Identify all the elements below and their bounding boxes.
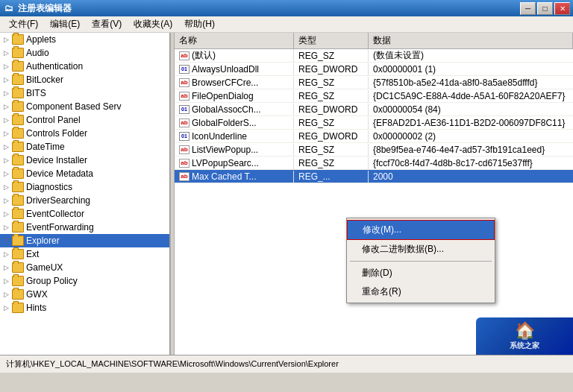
col-header-type[interactable]: 类型 [294, 33, 369, 48]
status-bar: 计算机\HKEY_LOCAL_MACHINE\SOFTWARE\Microsof… [0, 355, 573, 373]
reg-type-icon: ab [179, 51, 190, 60]
table-row[interactable]: 01 GlobalAssocCh... REG_DWORD 0x00000054… [175, 103, 573, 116]
table-row[interactable]: ab GlobalFolderS... REG_SZ {EF8AD2D1-AE3… [175, 116, 573, 130]
tree-item-devicemetadata[interactable]: ▷ Device Metadata [0, 167, 169, 180]
tree-item-audio[interactable]: ▷ Audio [0, 46, 169, 60]
context-menu-separator [350, 261, 492, 262]
table-row[interactable]: ab FileOpenDialog REG_SZ {DC1C5A9C-E88A-… [175, 89, 573, 103]
tree-item-driversearching[interactable]: ▷ DriverSearching [0, 194, 169, 207]
cell-name-7: ab ListViewPopup... [175, 144, 294, 156]
folder-icon [12, 168, 24, 179]
cell-type-0: REG_SZ [294, 50, 369, 62]
cell-type-2: REG_SZ [294, 77, 369, 89]
cell-type-7: REG_SZ [294, 144, 369, 156]
cell-name-4: 01 GlobalAssocCh... [175, 104, 294, 116]
tree-item-applets[interactable]: ▷ Applets [0, 33, 169, 46]
reg-type-icon: ab [179, 159, 190, 168]
tree-item-eventcollector[interactable]: ▷ EventCollector [0, 207, 169, 221]
cell-name-0: ab (默认) [175, 48, 294, 63]
tree-item-eventforwarding[interactable]: ▷ EventForwarding [0, 221, 169, 234]
tree-label-componentbased: Component Based Serv [26, 101, 169, 112]
tree-item-authentication[interactable]: ▷ Authentication [0, 60, 169, 73]
cell-name-6: 01 IconUnderline [175, 130, 294, 142]
watermark-text: 系统之家 [510, 341, 539, 351]
cell-type-4: REG_DWORD [294, 104, 369, 116]
tree-item-ext[interactable]: ▷ Ext [0, 247, 169, 261]
table-row[interactable]: ab LVPopupSearc... REG_SZ {fccf70c8-f4d7… [175, 157, 573, 170]
tree-label-ext: Ext [26, 249, 169, 259]
cell-value-3: {DC1C5A9C-E88A-4dde-A5A1-60F82A20AEF7} [369, 90, 573, 102]
tree-label-bitlocker: BitLocker [26, 75, 169, 85]
tree-item-controlsfolder[interactable]: ▷ Controls Folder [0, 127, 169, 140]
reg-type-icon: 01 [179, 105, 190, 114]
tree-item-gameux[interactable]: ▷ GameUX [0, 261, 169, 274]
watermark-logo-icon: 🏠 [515, 321, 535, 341]
expand-icon: ▷ [0, 195, 12, 206]
context-menu-item-rename[interactable]: 重命名(R) [347, 282, 495, 301]
folder-icon [12, 115, 24, 125]
table-row[interactable]: ab (默认) REG_SZ (数值未设置) [175, 49, 573, 63]
detail-panel: 名称 类型 数据 ab (默认) REG_SZ (数值未设置) 01 Alway… [175, 33, 573, 355]
registry-table[interactable]: 名称 类型 数据 ab (默认) REG_SZ (数值未设置) 01 Alway… [175, 33, 573, 355]
tree-item-componentbased[interactable]: ▷ Component Based Serv [0, 100, 169, 113]
folder-icon [12, 262, 24, 273]
reg-type-icon: ab [179, 172, 190, 181]
cell-value-4: 0x00000054 (84) [369, 104, 573, 116]
table-row[interactable]: 01 AlwaysUnloadDll REG_DWORD 0x00000001 … [175, 63, 573, 76]
reg-type-icon: ab [179, 118, 190, 127]
col-header-data[interactable]: 数据 [369, 33, 573, 48]
minimize-button[interactable]: ─ [520, 2, 536, 15]
folder-icon [12, 155, 24, 165]
expand-icon: ▷ [0, 181, 12, 193]
context-menu-item-modify-binary[interactable]: 修改二进制数据(B)... [347, 240, 495, 259]
expand-icon: ▷ [0, 248, 12, 260]
expand-icon: ▷ [0, 221, 12, 233]
folder-icon [12, 276, 24, 286]
expand-icon: ▷ [0, 101, 12, 113]
expand-icon: ▷ [0, 34, 12, 45]
tree-label-gameux: GameUX [26, 262, 169, 273]
expand-icon: ▷ [0, 168, 12, 180]
table-row[interactable]: 01 IconUnderline REG_DWORD 0x00000002 (2… [175, 130, 573, 143]
expand-icon: ▷ [0, 47, 12, 59]
table-row[interactable]: ab BrowserCFCre... REG_SZ {57f8510b-a5e2… [175, 76, 573, 89]
tree-label-bits: BITS [26, 88, 169, 98]
tree-label-hints: Hints [26, 303, 169, 313]
tree-label-grouppolicy: Group Policy [26, 276, 169, 286]
table-row[interactable]: ab ListViewPopup... REG_SZ {8be9f5ea-e74… [175, 143, 573, 157]
registry-tree[interactable]: ▷ Applets ▷ Audio ▷ Authentication ▷ Bit… [0, 33, 170, 355]
table-row[interactable]: ab Max Cached T... REG_... 2000 [175, 170, 573, 183]
cell-name-3: ab FileOpenDialog [175, 90, 294, 102]
menu-edit[interactable]: 编辑(E) [44, 16, 86, 32]
tree-item-bits[interactable]: ▷ BITS [0, 86, 169, 100]
expand-icon: ▷ [0, 127, 12, 139]
maximize-button[interactable]: □ [537, 2, 553, 15]
expand-icon: ▷ [0, 154, 12, 166]
tree-item-bitlocker[interactable]: ▷ BitLocker [0, 73, 169, 86]
cell-value-0: (数值未设置) [369, 48, 573, 63]
tree-item-datetime[interactable]: ▷ DateTime [0, 140, 169, 154]
tree-label-diagnostics: Diagnostics [26, 182, 169, 192]
tree-item-hints[interactable]: ▷ Hints [0, 301, 169, 314]
cell-type-6: REG_DWORD [294, 130, 369, 142]
tree-item-grouppolicy[interactable]: ▷ Group Policy [0, 274, 169, 288]
cell-value-1: 0x00000001 (1) [369, 63, 573, 75]
cell-type-5: REG_SZ [294, 117, 369, 129]
menu-favorites[interactable]: 收藏夹(A) [128, 16, 178, 32]
context-menu-item-modify[interactable]: 修改(M)... [347, 220, 495, 240]
tree-item-diagnostics[interactable]: ▷ Diagnostics [0, 180, 169, 194]
tree-item-deviceinstaller[interactable]: ▷ Device Installer [0, 154, 169, 167]
menu-view[interactable]: 查看(V) [86, 16, 128, 32]
tree-label-controlsfolder: Controls Folder [26, 128, 169, 139]
col-header-name[interactable]: 名称 [175, 33, 294, 48]
menu-help[interactable]: 帮助(H) [178, 16, 221, 32]
tree-item-explorer[interactable]: ▽ Explorer [0, 234, 169, 247]
tree-label-driversearching: DriverSearching [26, 195, 169, 206]
cell-type-3: REG_SZ [294, 90, 369, 102]
menu-file[interactable]: 文件(F) [3, 16, 44, 32]
tree-item-gwx[interactable]: ▷ GWX [0, 288, 169, 301]
tree-label-audio: Audio [26, 48, 169, 58]
close-button[interactable]: ✕ [554, 2, 570, 15]
tree-item-controlpanel[interactable]: ▷ Control Panel [0, 113, 169, 127]
context-menu-item-delete[interactable]: 删除(D) [347, 264, 495, 282]
